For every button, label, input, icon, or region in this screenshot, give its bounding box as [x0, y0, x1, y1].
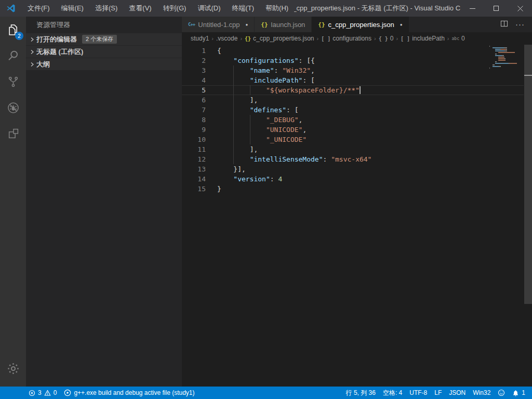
tab-c_cpp_properties.json[interactable]: {}c_cpp_properties.json●: [312, 17, 409, 32]
menu-item-5[interactable]: 调试(D): [192, 0, 226, 17]
code-line-4[interactable]: 4 "includePath": [: [182, 75, 524, 85]
chevron-right-icon: [28, 37, 36, 42]
editor-group: C++Untitled-1.cpp●{}launch.json{}c_cpp_p…: [182, 17, 532, 387]
code-line-11[interactable]: 11 ],: [182, 144, 524, 154]
breadcrumb-item-2[interactable]: {}c_cpp_properties.json: [245, 35, 314, 42]
line-number: 15: [182, 184, 217, 194]
minimize-button[interactable]: [460, 0, 484, 17]
breadcrumb-item-4[interactable]: { }0: [379, 35, 394, 42]
breadcrumb-label: study1: [191, 35, 209, 42]
breadcrumb-item-5[interactable]: [ ]includePath: [401, 35, 445, 42]
menu-bar: 文件(F)编辑(E)选择(S)查看(V)转到(G)调试(D)终端(T)帮助(H): [22, 0, 294, 17]
breadcrumb-item-6[interactable]: abc0: [452, 35, 465, 42]
status-language-mode[interactable]: JSON: [445, 387, 469, 399]
activity-search-icon[interactable]: [0, 43, 26, 69]
symbol-array-icon: [ ]: [401, 36, 410, 42]
code-line-1[interactable]: 1{: [182, 46, 524, 56]
sidebar-section-2[interactable]: 大纲: [26, 58, 182, 70]
code-line-12[interactable]: 12 "intelliSenseMode": "msvc-x64": [182, 154, 524, 164]
menu-item-3[interactable]: 查看(V): [123, 0, 157, 17]
code-line-2[interactable]: 2 "configurations": [{: [182, 56, 524, 65]
status-encoding[interactable]: UTF-8: [406, 387, 431, 399]
tab-actions: ···: [500, 17, 532, 32]
line-content: "_UNICODE": [217, 135, 524, 144]
line-number: 13: [182, 164, 217, 174]
activity-explorer-icon[interactable]: 2: [0, 17, 26, 43]
sidebar-section-label: 打开的编辑器: [36, 35, 77, 44]
code-line-7[interactable]: 7 "defines": [: [182, 105, 524, 115]
line-content: "UNICODE",: [217, 125, 524, 135]
menu-item-0[interactable]: 文件(F): [22, 0, 56, 17]
line-content: "version": 4: [217, 174, 524, 184]
menu-item-6[interactable]: 终端(T): [226, 0, 260, 17]
status-left: 30g++.exe build and debug active file (s…: [25, 387, 198, 399]
breadcrumb-item-3[interactable]: [ ]configurations: [321, 35, 371, 42]
dirty-dot-icon[interactable]: ●: [400, 22, 403, 27]
code-line-9[interactable]: 9 "UNICODE",: [182, 125, 524, 135]
symbol-object-icon: { }: [379, 36, 388, 42]
sidebar-section-0[interactable]: 打开的编辑器2 个未保存: [26, 33, 182, 45]
status-problems[interactable]: 30: [25, 387, 60, 399]
status-debug-task[interactable]: g++.exe build and debug active file (stu…: [60, 387, 198, 399]
line-content: "${workspaceFolder}/**": [217, 86, 524, 95]
status-eol[interactable]: LF: [431, 387, 445, 399]
tab-Untitled-1.cpp[interactable]: C++Untitled-1.cpp●: [182, 17, 255, 32]
split-editor-icon[interactable]: [500, 20, 508, 30]
cpp-file-icon: C++: [188, 22, 195, 27]
status-text: 空格: 4: [383, 389, 402, 397]
code-editor[interactable]: 1{2 "configurations": [{3 "name": "Win32…: [182, 45, 532, 387]
code-line-5[interactable]: 5 "${workspaceFolder}/**": [182, 85, 524, 95]
status-text: JSON: [449, 389, 466, 396]
tab-launch.json[interactable]: {}launch.json: [255, 17, 312, 32]
line-number: 12: [182, 154, 217, 164]
code-line-14[interactable]: 14 "version": 4: [182, 174, 524, 184]
sidebar-section-1[interactable]: 无标题 (工作区): [26, 46, 182, 58]
code-line-6[interactable]: 6 ],: [182, 95, 524, 105]
json-file-icon: {}: [318, 21, 325, 28]
breadcrumb-item-1[interactable]: .vscode: [216, 35, 237, 42]
line-content: {: [217, 46, 524, 56]
dirty-dot-icon[interactable]: ●: [245, 22, 248, 27]
code-line-15[interactable]: 15}: [182, 184, 524, 194]
breadcrumb-separator-icon: ›: [445, 35, 452, 42]
main-area: 2 资源管理器 打开的编辑器2 个未保存无标题 (工作区)大纲 C++Untit…: [0, 17, 532, 387]
status-text: g++.exe build and debug active file (stu…: [74, 389, 194, 396]
code-line-8[interactable]: 8 "_DEBUG",: [182, 115, 524, 125]
minimap[interactable]: [489, 46, 524, 69]
status-notifications[interactable]: 1: [509, 387, 529, 399]
activity-source-control-icon[interactable]: [0, 69, 26, 95]
line-number: 5: [182, 86, 217, 95]
line-content: "includePath": [: [217, 75, 524, 85]
line-number: 7: [182, 105, 217, 115]
status-indentation[interactable]: 空格: 4: [379, 387, 406, 399]
breadcrumb-label: c_cpp_properties.json: [253, 35, 314, 42]
activity-settings-icon[interactable]: [0, 355, 26, 381]
activity-debug-icon[interactable]: [0, 95, 26, 121]
breadcrumb-item-0[interactable]: study1: [191, 35, 209, 42]
activity-extensions-icon[interactable]: [0, 121, 26, 147]
menu-item-1[interactable]: 编辑(E): [56, 0, 89, 17]
text-cursor: [360, 86, 361, 94]
code-line-10[interactable]: 10 "_UNICODE": [182, 135, 524, 144]
status-text: LF: [434, 389, 442, 396]
menu-item-7[interactable]: 帮助(H): [260, 0, 294, 17]
editor-scrollbar[interactable]: [524, 45, 532, 387]
status-text: UTF-8: [409, 389, 427, 396]
scrollbar-thumb[interactable]: [524, 45, 532, 304]
status-platform[interactable]: Win32: [469, 387, 494, 399]
line-content: "name": "Win32",: [217, 65, 524, 75]
tab-bar: C++Untitled-1.cpp●{}launch.json{}c_cpp_p…: [182, 17, 532, 32]
status-cursor-position[interactable]: 行 5, 列 36: [342, 387, 379, 399]
code-line-3[interactable]: 3 "name": "Win32",: [182, 65, 524, 75]
close-button[interactable]: [508, 0, 532, 17]
unsaved-count-badge: 2 个未保存: [82, 35, 117, 44]
more-actions-icon[interactable]: ···: [515, 22, 525, 27]
breadcrumb-label: configurations: [332, 35, 371, 42]
chevron-right-icon: [28, 62, 36, 66]
maximize-button[interactable]: [484, 0, 508, 17]
status-feedback[interactable]: [494, 387, 509, 399]
menu-item-4[interactable]: 转到(G): [157, 0, 192, 17]
tabs: C++Untitled-1.cpp●{}launch.json{}c_cpp_p…: [182, 17, 409, 32]
code-line-13[interactable]: 13 }],: [182, 164, 524, 174]
menu-item-2[interactable]: 选择(S): [89, 0, 123, 17]
